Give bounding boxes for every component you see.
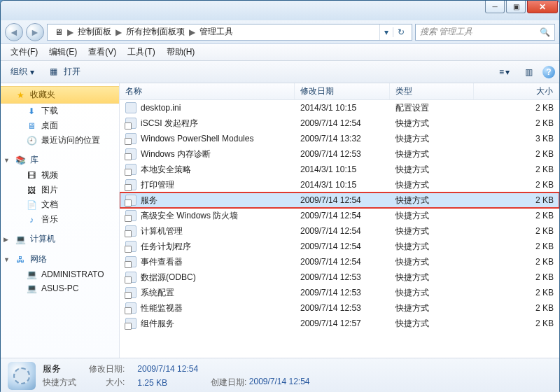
forward-button[interactable]: ► (26, 23, 44, 41)
file-type: 快捷方式 (390, 254, 474, 270)
menu-tools[interactable]: 工具(T) (122, 46, 160, 58)
refresh-button[interactable]: ↻ (393, 27, 409, 37)
star-icon: ★ (15, 90, 26, 101)
sidebar-item-recent[interactable]: 🕘最近访问的位置 (1, 133, 119, 148)
search-icon[interactable]: 🔍 (540, 27, 550, 37)
file-type: 快捷方式 (390, 192, 474, 208)
file-row[interactable]: 高级安全 Windows 防火墙2009/7/14 12:54快捷方式2 KB (120, 208, 559, 223)
breadcrumb-item[interactable]: 管理工具 (195, 24, 237, 40)
sidebar-item-videos[interactable]: 🎞视频 (1, 168, 119, 183)
chevron-right-icon[interactable]: ▶ (67, 27, 74, 37)
file-row[interactable]: Windows 内存诊断2009/7/14 12:53快捷方式2 KB (120, 146, 559, 162)
sidebar-item-label: 网络 (30, 253, 47, 265)
breadcrumb-item[interactable]: 所有控制面板项 (122, 24, 189, 40)
body: ★ 收藏夹 ⬇下载 🖥桌面 🕘最近访问的位置 ▼📚库 🎞视频 🖼图片 📄文档 ♪… (1, 83, 559, 358)
sidebar-libraries: ▼📚库 🎞视频 🖼图片 📄文档 ♪音乐 (1, 152, 119, 227)
file-row[interactable]: 本地安全策略2014/3/1 10:15快捷方式2 KB (120, 162, 559, 177)
file-row[interactable]: 数据源(ODBC)2009/7/14 12:53快捷方式2 KB (120, 270, 559, 285)
file-row[interactable]: 事件查看器2009/7/14 12:54快捷方式2 KB (120, 254, 559, 270)
col-type[interactable]: 类型 (390, 83, 474, 99)
help-button[interactable]: ? (542, 66, 555, 78)
file-row[interactable]: 系统配置2009/7/14 12:53快捷方式2 KB (120, 285, 559, 300)
breadcrumb[interactable]: 🖥 ▶ 控制面板 ▶ 所有控制面板项 ▶ 管理工具 ▾ ↻ (47, 24, 412, 41)
sidebar-item-desktop[interactable]: 🖥桌面 (1, 118, 119, 133)
sidebar-head-favorites[interactable]: ★ 收藏夹 (1, 86, 119, 104)
file-size: 2 KB (474, 239, 559, 254)
sidebar-item-label: 音乐 (41, 214, 58, 225)
file-row[interactable]: 性能监视器2009/7/14 12:53快捷方式2 KB (120, 300, 559, 316)
preview-pane-button[interactable]: ▥ (519, 65, 538, 79)
breadcrumb-item[interactable]: 控制面板 (74, 24, 115, 40)
open-button[interactable]: ▦ 打开 (44, 64, 86, 80)
titlebar[interactable]: ─ ▣ ✕ (1, 1, 559, 20)
file-name: 事件查看器 (141, 256, 183, 268)
details-mod-value: 2009/7/14 12:54 (137, 364, 198, 374)
chevron-right-icon[interactable]: ▶ (115, 27, 122, 37)
file-type: 快捷方式 (390, 285, 474, 300)
file-row[interactable]: 服务2009/7/14 12:54快捷方式2 KB (120, 192, 559, 208)
recent-icon: 🕘 (26, 135, 37, 146)
file-date: 2009/7/14 12:54 (295, 239, 390, 254)
file-row[interactable]: desktop.ini2014/3/1 10:15配置设置2 KB (120, 100, 559, 115)
view-mode-button[interactable]: ≡ ▾ (493, 65, 515, 79)
sidebar-item-downloads[interactable]: ⬇下载 (1, 104, 119, 118)
back-button[interactable]: ◄ (5, 23, 23, 41)
search-input[interactable]: 搜索 管理工具 🔍 (415, 24, 555, 41)
file-row[interactable]: iSCSI 发起程序2009/7/14 12:54快捷方式2 KB (120, 115, 559, 131)
breadcrumb-dropdown[interactable]: ▾ (379, 24, 393, 40)
file-icon (125, 118, 136, 129)
sidebar-head-libraries[interactable]: ▼📚库 (1, 152, 119, 168)
file-row[interactable]: 组件服务2009/7/14 12:57快捷方式2 KB (120, 316, 559, 331)
breadcrumb-root-icon[interactable]: 🖥 (50, 24, 67, 40)
file-date: 2009/7/14 12:54 (295, 192, 390, 208)
column-headers: 名称 修改日期 类型 大小 (120, 83, 559, 100)
file-size: 2 KB (474, 270, 559, 285)
file-row[interactable]: 任务计划程序2009/7/14 12:54快捷方式2 KB (120, 239, 559, 254)
file-icon (125, 133, 136, 144)
menu-file[interactable]: 文件(F) (5, 46, 43, 58)
sidebar-item-label: 桌面 (41, 120, 58, 132)
menu-help[interactable]: 帮助(H) (161, 46, 201, 58)
close-button[interactable]: ✕ (527, 1, 558, 13)
maximize-button[interactable]: ▣ (506, 1, 526, 13)
sidebar-item-label: 计算机 (30, 233, 55, 245)
chevron-right-icon[interactable]: ▶ (189, 27, 195, 37)
sidebar-item-label: 下载 (41, 105, 58, 117)
file-row[interactable]: Windows PowerShell Modules2009/7/14 13:3… (120, 131, 559, 146)
col-size[interactable]: 大小 (474, 83, 559, 99)
sidebar-item-documents[interactable]: 📄文档 (1, 197, 119, 212)
file-size: 3 KB (474, 131, 559, 146)
file-icon (125, 164, 136, 175)
sidebar-head-computer[interactable]: ▶💻计算机 (1, 231, 119, 247)
organize-button[interactable]: 组织 ▾ (5, 64, 40, 80)
file-name: 数据源(ODBC) (141, 272, 196, 284)
sidebar-item-pc[interactable]: 💻ADMINISTRATO (1, 267, 119, 281)
menu-edit[interactable]: 编辑(E) (43, 46, 83, 58)
file-type: 快捷方式 (390, 177, 474, 192)
col-name[interactable]: 名称 (120, 83, 295, 99)
chevron-down-icon: ▼ (4, 157, 10, 164)
file-row[interactable]: 打印管理2014/3/1 10:15快捷方式2 KB (120, 177, 559, 192)
explorer-window: ─ ▣ ✕ ◄ ► 🖥 ▶ 控制面板 ▶ 所有控制面板项 ▶ 管理工具 ▾ ↻ … (0, 0, 560, 392)
minimize-button[interactable]: ─ (485, 1, 505, 13)
sidebar-item-pictures[interactable]: 🖼图片 (1, 183, 119, 197)
sidebar-item-pc[interactable]: 💻ASUS-PC (1, 281, 119, 295)
document-icon: 📄 (26, 200, 37, 211)
file-date: 2009/7/14 12:53 (295, 285, 390, 300)
col-date[interactable]: 修改日期 (295, 83, 390, 99)
sidebar-head-network[interactable]: ▼🖧网络 (1, 251, 119, 267)
file-row[interactable]: 计算机管理2009/7/14 12:54快捷方式2 KB (120, 223, 559, 239)
file-icon (125, 287, 136, 298)
menu-view[interactable]: 查看(V) (83, 46, 122, 58)
file-icon (125, 256, 136, 267)
address-row: ◄ ► 🖥 ▶ 控制面板 ▶ 所有控制面板项 ▶ 管理工具 ▾ ↻ 搜索 管理工… (1, 20, 559, 44)
library-icon: 📚 (15, 155, 26, 166)
file-date: 2009/7/14 12:54 (295, 115, 390, 131)
file-type: 快捷方式 (390, 146, 474, 162)
file-date: 2009/7/14 12:54 (295, 254, 390, 270)
file-date: 2009/7/14 12:53 (295, 146, 390, 162)
organize-label: 组织 (10, 66, 27, 78)
sidebar-item-music[interactable]: ♪音乐 (1, 212, 119, 227)
details-size-value: 1.25 KB (137, 378, 198, 388)
file-name: Windows PowerShell Modules (141, 134, 253, 144)
